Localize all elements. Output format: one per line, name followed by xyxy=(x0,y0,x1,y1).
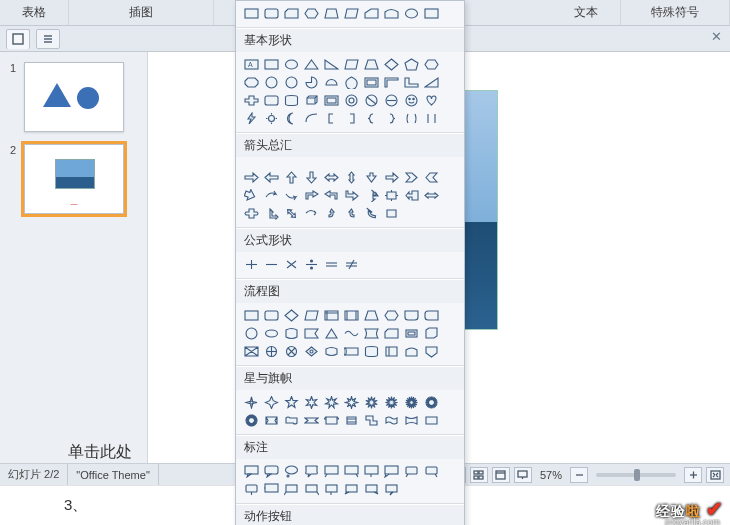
shape-tear[interactable] xyxy=(341,73,361,91)
view-slideshow-icon[interactable] xyxy=(514,467,532,483)
callout-shape-8[interactable] xyxy=(401,462,421,480)
flow-shape-16[interactable] xyxy=(361,324,381,342)
tab-outline-icon[interactable] xyxy=(36,29,60,49)
flow-shape-12[interactable] xyxy=(281,324,301,342)
view-sorter-icon[interactable] xyxy=(470,467,488,483)
shape-rtri[interactable] xyxy=(321,55,341,73)
star-shape-7[interactable] xyxy=(381,393,401,411)
arrow-shape-18[interactable] xyxy=(401,186,421,204)
shape-chord[interactable] xyxy=(321,73,341,91)
shape-cube[interactable] xyxy=(301,91,321,109)
arrow-shape-20[interactable] xyxy=(241,204,261,222)
star-shape-11[interactable] xyxy=(261,411,281,429)
callout-shape-9[interactable] xyxy=(421,462,441,480)
callout-shape-6[interactable] xyxy=(361,462,381,480)
arrow-shape-4[interactable] xyxy=(321,168,341,186)
shape-plaque[interactable] xyxy=(261,91,281,109)
shape-can[interactable] xyxy=(281,91,301,109)
arrow-shape-12[interactable] xyxy=(281,186,301,204)
flow-shape-21[interactable] xyxy=(261,342,281,360)
shape-diag2[interactable] xyxy=(421,73,441,91)
flow-shape-7[interactable] xyxy=(381,306,401,324)
arrow-shape-19[interactable] xyxy=(421,186,441,204)
slide-thumb-1[interactable]: 1 xyxy=(0,58,147,140)
flow-shape-1[interactable] xyxy=(261,306,281,324)
shape-mult[interactable] xyxy=(281,255,301,273)
shape-snip[interactable] xyxy=(281,4,301,22)
star-shape-6[interactable] xyxy=(361,393,381,411)
flow-shape-27[interactable] xyxy=(381,342,401,360)
arrow-shape-21[interactable] xyxy=(261,204,281,222)
shape-para2[interactable] xyxy=(341,55,361,73)
tab-slides-icon[interactable] xyxy=(6,29,30,49)
ribbon-group-text[interactable]: 文本 xyxy=(552,0,621,25)
shape-trap2[interactable] xyxy=(361,55,381,73)
arrow-shape-0[interactable] xyxy=(241,168,261,186)
arrow-shape-25[interactable] xyxy=(341,204,361,222)
callout-shape-13[interactable] xyxy=(301,480,321,498)
shape-neq[interactable] xyxy=(341,255,361,273)
shape-lshape[interactable] xyxy=(401,73,421,91)
shape-hex2[interactable] xyxy=(421,55,441,73)
callout-shape-2[interactable] xyxy=(281,462,301,480)
shape-cross[interactable] xyxy=(241,91,261,109)
star-shape-9[interactable] xyxy=(421,393,441,411)
star-shape-16[interactable] xyxy=(361,411,381,429)
arrow-shape-10[interactable] xyxy=(241,186,261,204)
placeholder-text[interactable]: 单击此处 xyxy=(68,442,132,463)
callout-shape-1[interactable] xyxy=(261,462,281,480)
arrow-shape-3[interactable] xyxy=(301,168,321,186)
star-shape-5[interactable] xyxy=(341,393,361,411)
flow-shape-9[interactable] xyxy=(421,306,441,324)
callout-shape-17[interactable] xyxy=(381,480,401,498)
ribbon-group-insert[interactable]: 插图 xyxy=(69,0,214,25)
shape-dbrace[interactable] xyxy=(401,109,421,127)
flow-shape-2[interactable] xyxy=(281,306,301,324)
shape-oval2[interactable] xyxy=(281,55,301,73)
flow-shape-26[interactable] xyxy=(361,342,381,360)
star-shape-3[interactable] xyxy=(301,393,321,411)
shape-minus[interactable] xyxy=(261,255,281,273)
ribbon-group-special[interactable]: 特殊符号 xyxy=(621,0,730,25)
flow-shape-3[interactable] xyxy=(301,306,321,324)
shape-hex[interactable] xyxy=(301,4,321,22)
flow-shape-24[interactable] xyxy=(321,342,341,360)
shape-moon[interactable] xyxy=(281,109,301,127)
arrow-shape-8[interactable] xyxy=(401,168,421,186)
shape-card[interactable] xyxy=(421,4,441,22)
arrow-shape-14[interactable] xyxy=(321,186,341,204)
callout-shape-11[interactable] xyxy=(261,480,281,498)
arrow-shape-22[interactable] xyxy=(281,204,301,222)
flow-shape-0[interactable] xyxy=(241,306,261,324)
star-shape-8[interactable] xyxy=(401,393,421,411)
view-reading-icon[interactable] xyxy=(492,467,510,483)
flow-shape-29[interactable] xyxy=(421,342,441,360)
star-shape-19[interactable] xyxy=(421,411,441,429)
shape-roundrect[interactable] xyxy=(261,4,281,22)
callout-shape-4[interactable] xyxy=(321,462,341,480)
shape-lbracket[interactable] xyxy=(321,109,341,127)
callout-shape-14[interactable] xyxy=(321,480,341,498)
flow-shape-6[interactable] xyxy=(361,306,381,324)
flow-shape-25[interactable] xyxy=(341,342,361,360)
shape-noentry[interactable] xyxy=(361,91,381,109)
arrow-shape-1[interactable] xyxy=(261,168,281,186)
flow-shape-23[interactable] xyxy=(301,342,321,360)
flow-shape-20[interactable] xyxy=(241,342,261,360)
arrow-shape-7[interactable] xyxy=(381,168,401,186)
shape-bevel[interactable] xyxy=(321,91,341,109)
shape-diag[interactable] xyxy=(361,4,381,22)
star-shape-12[interactable] xyxy=(281,411,301,429)
callout-shape-16[interactable] xyxy=(361,480,381,498)
zoom-slider[interactable] xyxy=(596,473,676,477)
flow-shape-28[interactable] xyxy=(401,342,421,360)
callout-shape-12[interactable] xyxy=(281,480,301,498)
flow-shape-19[interactable] xyxy=(421,324,441,342)
shape-smiley[interactable] xyxy=(401,91,421,109)
star-shape-10[interactable] xyxy=(241,411,261,429)
flow-shape-13[interactable] xyxy=(301,324,321,342)
star-shape-1[interactable] xyxy=(261,393,281,411)
fit-window-icon[interactable] xyxy=(706,467,724,483)
star-shape-18[interactable] xyxy=(401,411,421,429)
shape-oval[interactable] xyxy=(401,4,421,22)
